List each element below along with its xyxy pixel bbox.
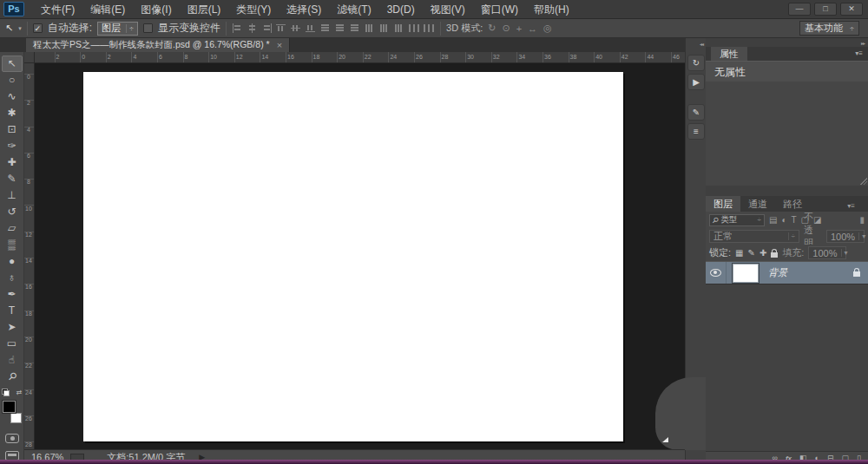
auto-select-dropdown[interactable]: 图层 ÷ [97, 22, 138, 36]
clone-source-icon[interactable]: ≡ [687, 123, 705, 140]
lock-image-pixels-icon[interactable]: ✎ [748, 248, 755, 258]
tab-properties[interactable]: 属性 [711, 47, 747, 61]
menu-item[interactable]: 图层(L) [180, 0, 229, 19]
menu-item[interactable]: 编辑(E) [82, 0, 133, 19]
color-swatches [2, 401, 23, 423]
pen-tool[interactable]: ✒ [2, 286, 23, 303]
menu-item[interactable]: 视图(V) [423, 0, 473, 19]
brush-tool[interactable]: ✎ [2, 171, 23, 187]
3d-roll-icon[interactable]: ⊙ [502, 23, 510, 34]
ruler-number: 18 [24, 310, 33, 317]
document-tab[interactable]: 程太太学PS之——制作线条款封面.psd @ 16.7%(RGB/8) * × [26, 38, 290, 52]
distribute-vertical-centers-icon[interactable] [335, 23, 346, 33]
collapse-panels-icon[interactable]: ▸▸ [861, 40, 865, 46]
menu-item[interactable]: 类型(Y) [228, 0, 279, 19]
lock-position-icon[interactable]: ✚ [760, 248, 766, 258]
history-brush-tool[interactable]: ↺ [2, 204, 23, 220]
workspace-dropdown[interactable]: 基本功能 ÷ [799, 21, 859, 36]
fill-dropdown[interactable]: 100% ▾ [808, 246, 846, 259]
restore-button[interactable]: □ [814, 3, 837, 16]
filter-type-layers-icon[interactable]: T [792, 215, 797, 225]
path-selection-tool[interactable]: ➤ [2, 319, 23, 336]
stepper-icon: ÷ [126, 24, 134, 33]
3d-scale-icon[interactable]: ◎ [543, 23, 552, 34]
align-top-edges-icon[interactable] [276, 23, 287, 33]
layer-name[interactable]: 背景 [768, 266, 787, 279]
menu-item[interactable]: 选择(S) [279, 0, 329, 19]
actions-panel-icon[interactable]: ▶ [687, 74, 705, 90]
type-tool[interactable]: T [2, 303, 23, 319]
auto-select-checkbox[interactable]: ✓ [33, 23, 43, 33]
document-canvas[interactable] [83, 72, 623, 441]
visibility-toggle[interactable] [706, 262, 727, 284]
show-transform-checkbox[interactable] [143, 23, 153, 33]
marquee-tool[interactable]: ○ [2, 72, 23, 88]
swap-colors-icon[interactable]: ⇄ [16, 389, 23, 396]
blend-mode-dropdown[interactable]: 正常 ÷ [709, 230, 799, 243]
tab-channels[interactable]: 通道 [740, 196, 775, 212]
minimize-button[interactable]: — [788, 3, 811, 16]
layer-thumbnail[interactable] [733, 264, 759, 283]
distribute-spacing-horizontal-icon[interactable] [424, 23, 435, 33]
clone-stamp-tool[interactable]: ⊥ [2, 187, 23, 204]
layer-filter-type-dropdown[interactable]: ⚲ 类型 ÷ [709, 214, 765, 226]
3d-slide-icon[interactable]: ↔ [528, 23, 537, 34]
distribute-left-edges-icon[interactable] [365, 23, 376, 33]
layer-row-background[interactable]: 背景 [706, 261, 868, 284]
default-colors-icon[interactable] [2, 389, 10, 396]
menu-item[interactable]: 帮助(H) [526, 0, 577, 19]
distribute-horizontal-centers-icon[interactable] [379, 23, 391, 33]
quick-mask-icon[interactable] [5, 434, 19, 443]
expand-panels-icon[interactable]: ◂◂ [700, 41, 703, 47]
menu-item[interactable]: 窗口(W) [473, 0, 526, 19]
panel-menu-icon[interactable]: ▾≡ [839, 199, 863, 214]
filter-toggle-icon[interactable]: ▮ [859, 215, 865, 225]
align-horizontal-centers-icon[interactable] [247, 23, 258, 33]
distribute-top-edges-icon[interactable] [320, 23, 332, 33]
background-color-swatch[interactable] [10, 413, 22, 423]
brush-presets-icon[interactable]: ✎ [687, 104, 705, 121]
menu-item[interactable]: 滤镜(T) [329, 0, 378, 19]
menu-item[interactable]: 3D(D) [379, 0, 423, 19]
lock-transparent-pixels-icon[interactable]: ▦ [735, 248, 743, 258]
align-left-edges-icon[interactable] [232, 23, 243, 33]
opacity-dropdown[interactable]: 100% ▾ [826, 230, 865, 243]
history-panel-icon[interactable]: ↻ [687, 55, 705, 71]
filter-pixel-layers-icon[interactable]: ▤ [769, 215, 777, 225]
eyedropper-tool[interactable]: ✑ [2, 138, 23, 154]
close-button[interactable]: ✕ [840, 3, 863, 16]
eraser-tool[interactable]: ▱ [2, 220, 23, 237]
tab-layers[interactable]: 图层 [706, 196, 740, 212]
tab-close-icon[interactable]: × [277, 40, 282, 50]
align-vertical-centers-icon[interactable] [291, 23, 302, 33]
move-tool-preset-icon[interactable]: ↖ [5, 23, 13, 34]
distribute-right-edges-icon[interactable] [394, 23, 405, 33]
dodge-tool[interactable]: ♁ [2, 270, 23, 286]
quick-selection-tool[interactable]: ✱ [2, 105, 23, 121]
search-icon: ⚲ [710, 215, 720, 225]
3d-rotate-icon[interactable]: ↻ [488, 23, 496, 34]
menu-item[interactable]: 文件(F) [33, 0, 82, 19]
tab-paths[interactable]: 路径 [775, 196, 810, 212]
gradient-tool[interactable]: ▒ [2, 237, 23, 253]
lock-all-icon[interactable] [771, 252, 778, 258]
tool-preset-arrow-icon[interactable]: ▾ [18, 25, 22, 32]
foreground-color-swatch[interactable] [3, 401, 16, 413]
vertical-ruler[interactable]: 0246810121416182022242628 [24, 63, 35, 449]
menu-item[interactable]: 图像(I) [133, 0, 179, 19]
blur-tool[interactable]: ● [2, 253, 23, 270]
align-right-edges-icon[interactable] [261, 23, 273, 33]
distribute-spacing-vertical-icon[interactable] [409, 23, 420, 33]
healing-brush-tool[interactable]: ✚ [2, 154, 23, 171]
move-tool[interactable]: ↖ [2, 56, 23, 72]
filter-adjustment-layers-icon[interactable]: ◐ [781, 215, 786, 225]
align-bottom-edges-icon[interactable] [306, 23, 317, 33]
3d-drag-icon[interactable]: + [516, 23, 522, 34]
lasso-tool[interactable]: ∿ [2, 88, 23, 105]
panel-resize-grip[interactable] [859, 177, 867, 185]
crop-tool[interactable]: ⊡ [2, 121, 23, 138]
distribute-bottom-edges-icon[interactable] [350, 23, 361, 33]
horizontal-ruler[interactable]: 4202468101214161820222426283032343638404… [24, 52, 685, 63]
panel-menu-icon[interactable]: ▾≡ [855, 49, 863, 57]
shape-tool[interactable]: ▭ [2, 336, 23, 352]
